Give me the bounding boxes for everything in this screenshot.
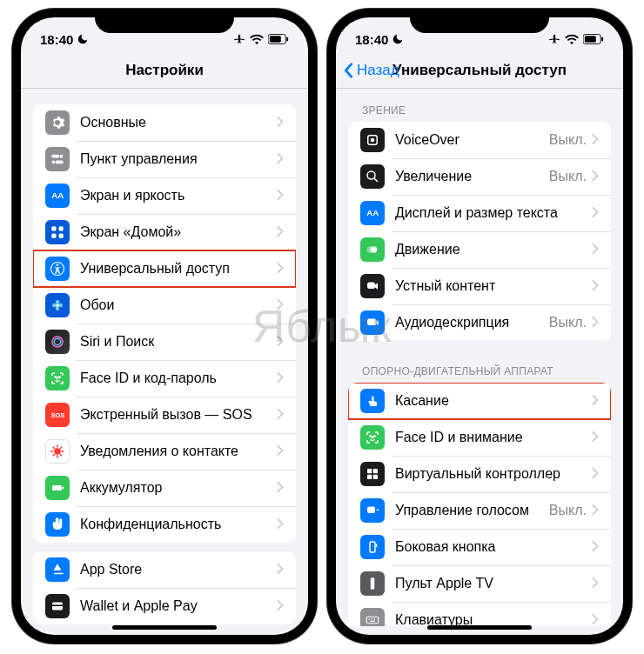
row-label: Клавиатуры	[395, 612, 592, 626]
settings-row[interactable]: Siri и Поиск	[33, 324, 296, 360]
nav-bar: Настройки	[21, 52, 308, 89]
chevron-right-icon	[277, 335, 284, 349]
row-label: Экран «Домой»	[80, 224, 277, 240]
svg-line-30	[60, 454, 62, 456]
toggles-icon	[45, 147, 70, 171]
wallet-icon	[45, 594, 70, 618]
settings-row[interactable]: Движение	[348, 231, 611, 268]
svg-point-61	[378, 510, 379, 511]
svg-rect-8	[51, 226, 56, 230]
svg-point-13	[57, 264, 59, 266]
back-button[interactable]: Назад	[343, 62, 399, 79]
settings-row[interactable]: Экран «Домой»	[33, 214, 296, 250]
settings-row[interactable]: Пункт управления	[33, 141, 296, 177]
svg-point-18	[56, 304, 59, 307]
home-indicator[interactable]	[427, 625, 532, 630]
chevron-right-icon	[592, 577, 599, 591]
airplane-icon	[233, 33, 245, 45]
status-time: 18:40	[40, 32, 73, 47]
svg-rect-43	[601, 37, 603, 42]
settings-row[interactable]: Аккумулятор	[33, 470, 296, 506]
svg-rect-51	[367, 283, 375, 290]
wifi-icon	[250, 34, 264, 44]
row-label: Пункт управления	[80, 151, 277, 167]
svg-line-47	[374, 178, 378, 182]
chevron-right-icon	[277, 517, 284, 531]
chevron-right-icon	[277, 189, 284, 203]
svg-point-46	[367, 171, 375, 179]
row-label: Универсальный доступ	[80, 261, 277, 277]
row-label: Wallet и Apple Pay	[80, 598, 277, 614]
settings-row[interactable]: Универсальный доступ	[33, 250, 296, 287]
notch	[95, 9, 234, 33]
home-indicator[interactable]	[112, 625, 217, 630]
row-label: Управление голосом	[395, 503, 549, 518]
settings-row[interactable]: Боковая кнопка	[348, 529, 611, 565]
settings-row[interactable]: Аудиодескрипция Выкл.	[348, 304, 611, 341]
grid-icon	[45, 220, 70, 244]
settings-row[interactable]: Клавиатуры	[348, 602, 611, 626]
svg-text:SOS: SOS	[51, 411, 65, 419]
svg-rect-2	[286, 37, 288, 42]
chevron-right-icon	[277, 444, 284, 458]
row-label: Боковая кнопка	[395, 539, 592, 555]
settings-row[interactable]: Основные	[33, 104, 296, 141]
svg-point-16	[59, 304, 64, 308]
settings-row[interactable]: Касание	[348, 383, 611, 419]
settings-row[interactable]: Face ID и внимание	[348, 419, 611, 456]
section-header: ОПОРНО-ДВИГАТЕЛЬНЫЙ АППАРАТ	[336, 350, 623, 383]
settings-row[interactable]: Устный контент	[348, 268, 611, 304]
row-label: Увеличение	[395, 169, 549, 184]
svg-point-15	[52, 304, 57, 308]
settings-row[interactable]: VoiceOver Выкл.	[348, 122, 611, 158]
settings-row[interactable]: Пульт Apple TV	[348, 565, 611, 602]
row-label: Экстренный вызов — SOS	[80, 407, 277, 423]
settings-row[interactable]: Конфиденциальность	[33, 506, 296, 543]
chevron-right-icon	[592, 170, 599, 184]
svg-rect-66	[369, 619, 371, 620]
screen-left: 18:40 Настройки Основные Пункт управлени…	[21, 17, 308, 635]
content-left[interactable]: Основные Пункт управления AA Экран и ярк…	[21, 89, 308, 626]
chevron-right-icon	[277, 262, 284, 276]
row-detail: Выкл.	[549, 503, 587, 518]
content-right[interactable]: ЗРЕНИЕ VoiceOver Выкл. Увеличение Выкл. …	[336, 89, 623, 626]
accessibility-icon	[45, 257, 70, 281]
svg-text:AA: AA	[366, 208, 379, 217]
svg-rect-64	[371, 577, 375, 590]
svg-point-4	[60, 155, 64, 158]
faceid-icon	[360, 425, 385, 450]
svg-rect-69	[370, 621, 375, 622]
settings-row[interactable]: Face ID и код-пароль	[33, 360, 296, 397]
settings-group: VoiceOver Выкл. Увеличение Выкл. AA Дисп…	[348, 122, 611, 341]
siri-icon	[45, 330, 70, 354]
settings-row[interactable]: SOS Экстренный вызов — SOS	[33, 397, 296, 433]
svg-point-50	[366, 246, 373, 253]
ad-icon	[360, 310, 385, 335]
settings-row[interactable]: Wallet и Apple Pay	[33, 588, 296, 624]
settings-row[interactable]: Увеличение Выкл.	[348, 158, 611, 195]
settings-row[interactable]: Управление голосом Выкл.	[348, 492, 611, 529]
settings-row[interactable]: AA Экран и яркость	[33, 177, 296, 214]
hand-icon	[45, 512, 70, 537]
faceid-icon	[45, 366, 70, 390]
appstore-icon	[45, 557, 70, 582]
chevron-right-icon	[592, 316, 599, 330]
chevron-right-icon	[592, 243, 599, 257]
settings-row[interactable]: Обои	[33, 287, 296, 324]
row-label: Обои	[80, 297, 277, 313]
settings-row[interactable]: Виртуальный контроллер	[348, 456, 611, 492]
chevron-right-icon	[277, 408, 284, 422]
chevron-right-icon	[592, 540, 599, 554]
svg-rect-55	[367, 469, 372, 473]
settings-row[interactable]: Уведомления о контакте	[33, 433, 296, 470]
settings-row[interactable]: App Store	[33, 551, 296, 588]
chevron-right-icon	[592, 133, 599, 147]
svg-line-29	[53, 447, 55, 449]
row-label: Движение	[395, 242, 592, 257]
svg-rect-63	[376, 544, 378, 547]
settings-row[interactable]: AA Дисплей и размер текста	[348, 195, 611, 231]
aa-icon: AA	[45, 184, 70, 208]
notch	[410, 9, 549, 33]
row-detail: Выкл.	[549, 169, 587, 184]
back-label: Назад	[357, 62, 399, 79]
